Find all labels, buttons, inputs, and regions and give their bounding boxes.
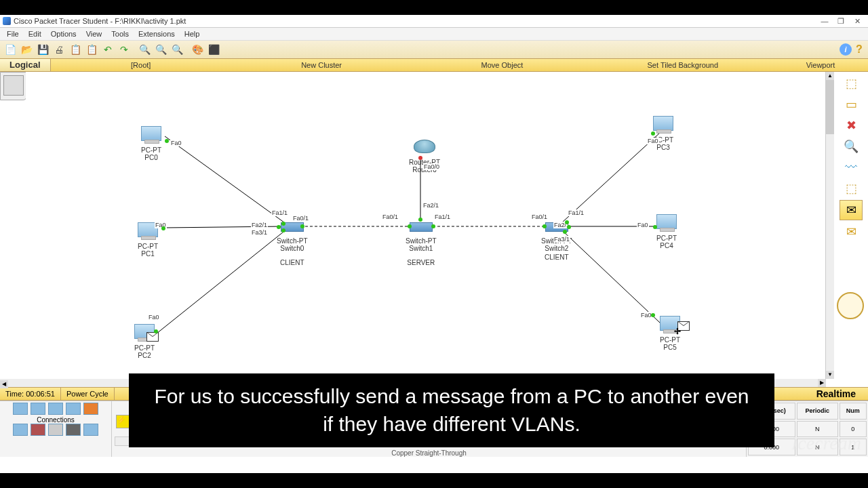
zoom-reset-icon[interactable]: 🔍 <box>153 42 168 57</box>
copy-icon[interactable]: 📋 <box>68 42 83 57</box>
draw-tool-icon[interactable]: 〰 <box>840 158 862 177</box>
print-icon[interactable]: 🖨 <box>52 42 66 57</box>
scroll-up-icon[interactable]: ▲ <box>826 72 834 80</box>
pc5-type: PC-PT <box>660 336 680 344</box>
device-type-icon[interactable] <box>31 424 45 436</box>
canvas-area: PC-PTPC0 Fa0 PC-PTPC1 Fa0 PC-PTPC2 Fa0 <box>0 72 868 387</box>
open-icon[interactable]: 📂 <box>19 42 34 57</box>
device-type-icon[interactable] <box>13 403 28 415</box>
device-pc4[interactable]: PC-PTPC4 <box>656 214 677 249</box>
delete-tool-icon[interactable]: ✖ <box>840 116 862 135</box>
power-cycle-button[interactable]: Power Cycle <box>61 388 115 400</box>
device-type-icon[interactable] <box>83 424 98 436</box>
sw1-pr: Fa1/1 <box>434 214 451 220</box>
menu-extensions[interactable]: Extensions <box>134 30 179 38</box>
root-button[interactable]: [Root] <box>51 61 231 69</box>
device-type-icon[interactable] <box>48 403 63 415</box>
sw2-p1: Fa1/1 <box>568 209 585 216</box>
device-pc3[interactable]: PC-PTPC3 <box>653 116 673 151</box>
sw0-p3: Fa3/1 <box>251 229 268 236</box>
router-port: Fa0/0 <box>423 163 440 170</box>
sw0-p0: Fa0/1 <box>292 215 309 222</box>
device-pc0[interactable]: PC-PTPC0 <box>141 126 161 161</box>
scroll-down-icon[interactable]: ▼ <box>826 371 834 379</box>
logical-tab[interactable]: Logical <box>0 59 51 71</box>
pc-icon <box>656 214 677 229</box>
close-button[interactable]: ✕ <box>849 17 865 26</box>
minimize-button[interactable]: — <box>816 17 833 25</box>
video-caption: For us to successfully send a message fr… <box>129 373 774 447</box>
custom-icon[interactable]: ⬛ <box>206 42 221 57</box>
scroll-left-icon[interactable]: ◀ <box>0 380 8 388</box>
redo-icon[interactable]: ↷ <box>117 42 132 57</box>
pc2-name: PC2 <box>138 352 151 359</box>
tiled-bg-button[interactable]: Set Tiled Background <box>593 61 773 69</box>
link-dot <box>563 230 567 234</box>
vertical-scrollbar[interactable]: ▲ ▼ <box>825 72 834 379</box>
right-toolbar: ⬚ ▭ ✖ 🔍 〰 ⬚ ✉ ✉ <box>834 72 868 387</box>
maximize-button[interactable]: ❐ <box>833 17 849 26</box>
sw1-pl: Fa0/1 <box>382 214 399 220</box>
menu-view[interactable]: View <box>82 30 106 38</box>
device-type-icon[interactable] <box>83 403 98 415</box>
app-icon <box>3 17 11 25</box>
device-switch1[interactable]: Switch-PTSwitch1 SERVER <box>406 222 437 266</box>
scroll-right-icon[interactable]: ▶ <box>818 379 826 387</box>
pc0-name: PC0 <box>144 154 157 161</box>
device-type-icon[interactable] <box>66 403 81 415</box>
zoom-out-icon[interactable]: 🔍 <box>170 42 184 57</box>
device-type-icon[interactable] <box>66 424 81 436</box>
link-dot <box>653 225 657 229</box>
undo-icon[interactable]: ↶ <box>100 42 115 57</box>
palette-icon[interactable]: 🎨 <box>190 42 205 57</box>
info-icon[interactable]: i <box>840 43 852 56</box>
titlebar: Cisco Packet Tracer Student - F:\RIKKI\a… <box>0 15 868 28</box>
pc-icon <box>141 126 161 141</box>
sw1-role: SERVER <box>406 259 437 266</box>
workspace-bar: Logical [Root] New Cluster Move Object S… <box>0 59 868 72</box>
move-object-button[interactable]: Move Object <box>412 61 592 69</box>
sw0-p1: Fa1/1 <box>271 209 288 216</box>
menu-tools[interactable]: Tools <box>107 30 133 38</box>
simple-pdu-icon[interactable]: ✉ <box>840 200 863 220</box>
device-pc2[interactable]: PC-PTPC2 <box>134 324 155 359</box>
plus-cursor: ✢ <box>674 327 681 336</box>
new-cluster-button[interactable]: New Cluster <box>231 61 412 69</box>
inspect-tool-icon[interactable]: 🔍 <box>840 137 862 156</box>
pc0-port: Fa0 <box>170 140 182 146</box>
pc4-port: Fa0 <box>637 222 649 228</box>
device-type-icon[interactable] <box>13 424 28 436</box>
device-type-icon[interactable] <box>48 424 63 436</box>
realtime-clock-icon[interactable] <box>837 292 864 319</box>
save-icon[interactable]: 💾 <box>35 42 50 57</box>
resize-tool-icon[interactable]: ⬚ <box>840 179 862 198</box>
menu-file[interactable]: File <box>3 30 23 38</box>
window-title: Cisco Packet Tracer Student - F:\RIKKI\a… <box>14 17 816 25</box>
menu-help[interactable]: Help <box>180 30 204 38</box>
nav-panel[interactable] <box>0 72 27 100</box>
zoom-in-icon[interactable]: 🔍 <box>137 42 152 57</box>
note-tool-icon[interactable]: ▭ <box>840 95 862 114</box>
new-icon[interactable]: 📄 <box>3 42 18 57</box>
sw2-p0: Fa0/1 <box>531 214 548 220</box>
pc2-type: PC-PT <box>134 344 155 352</box>
link-dot <box>418 156 422 160</box>
link-dot <box>408 224 412 228</box>
help-icon[interactable]: ? <box>853 43 865 56</box>
menu-options[interactable]: Options <box>47 30 81 38</box>
topology-canvas[interactable]: PC-PTPC0 Fa0 PC-PTPC1 Fa0 PC-PTPC2 Fa0 <box>26 72 826 379</box>
router-icon <box>414 140 435 153</box>
complex-pdu-icon[interactable]: ✉ <box>840 222 862 241</box>
menu-edit[interactable]: Edit <box>24 30 45 38</box>
select-tool-icon[interactable]: ⬚ <box>840 74 862 93</box>
viewport-button[interactable]: Viewport <box>773 61 868 69</box>
link-dot <box>281 222 285 226</box>
selected-cable-icon[interactable]: ⚡ <box>116 415 130 428</box>
pc3-name: PC3 <box>656 144 669 151</box>
device-type-icon[interactable] <box>31 403 45 415</box>
realtime-tab[interactable]: Realtime <box>804 388 868 399</box>
link-dot <box>281 228 285 232</box>
scroll-thumb[interactable] <box>826 80 834 134</box>
main-toolbar: 📄 📂 💾 🖨 📋 📋 ↶ ↷ 🔍 🔍 🔍 🎨 ⬛ i ? <box>0 41 868 59</box>
paste-icon[interactable]: 📋 <box>84 42 99 57</box>
